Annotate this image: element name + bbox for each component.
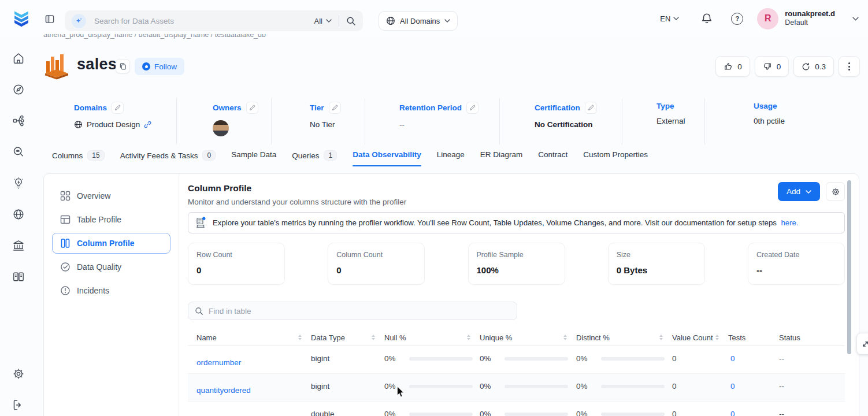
unique-pct-cell: 0%: [480, 346, 576, 363]
breadcrumb[interactable]: athena_prod_display_name / default_displ…: [43, 34, 332, 39]
explore-compass-icon[interactable]: [12, 83, 25, 96]
edit-tier-icon[interactable]: [329, 102, 341, 114]
profiler-icon: [194, 217, 207, 229]
profile-nav-table-profile[interactable]: Table Profile: [52, 209, 170, 230]
tests-link[interactable]: 0: [728, 402, 779, 416]
expand-panel-button[interactable]: [856, 333, 868, 355]
help-icon[interactable]: ?: [731, 13, 743, 25]
search-input[interactable]: Search for Data Assets: [94, 17, 314, 25]
home-icon[interactable]: [12, 52, 25, 65]
tab-columns[interactable]: Columns 15: [52, 150, 105, 168]
tab-count-badge: 15: [87, 150, 104, 161]
header-null-pct[interactable]: Null %: [384, 333, 480, 342]
banner-text: Explore your table's metrics by running …: [213, 218, 777, 227]
tests-link[interactable]: 0: [728, 374, 779, 391]
search-icon[interactable]: [346, 16, 356, 26]
tab-er-diagram[interactable]: ER Diagram: [480, 150, 523, 166]
upvote-button[interactable]: 0: [715, 56, 750, 77]
profiler-info-banner: Explore your table's metrics by running …: [188, 212, 845, 233]
null-pct-cell: 0%: [384, 346, 480, 363]
header-distinct-pct[interactable]: Distinct %: [576, 333, 672, 342]
table-row[interactable]: double 0% 0% 0% 0 0 --: [188, 402, 845, 416]
check-circle-icon: [60, 262, 71, 272]
profile-nav-data-quality[interactable]: Data Quality: [52, 257, 170, 277]
header-name[interactable]: Name: [188, 333, 311, 342]
table-row[interactable]: quantityordered bigint 0% 0% 0% 0 0 --: [188, 374, 845, 402]
domains-filter-dropdown[interactable]: All Domains: [379, 11, 458, 31]
logout-icon[interactable]: [12, 399, 25, 411]
progress-bar: [505, 357, 568, 361]
domain-link[interactable]: Product Design: [87, 120, 140, 129]
tests-link[interactable]: 0: [728, 346, 779, 363]
profile-nav-overview[interactable]: Overview: [52, 185, 170, 206]
notifications-bell-icon[interactable]: [701, 13, 713, 24]
app-logo-icon[interactable]: [12, 9, 31, 29]
header-value-count[interactable]: Value Count: [672, 333, 728, 342]
tab-custom-properties[interactable]: Custom Properties: [583, 150, 648, 166]
docs-link[interactable]: here.: [781, 218, 799, 227]
govern-bank-icon[interactable]: [12, 239, 25, 252]
sort-icon[interactable]: [372, 335, 375, 340]
domains-globe-icon[interactable]: [12, 208, 25, 221]
edit-owners-icon[interactable]: [246, 102, 258, 114]
sort-icon[interactable]: [715, 335, 719, 340]
profiler-settings-button[interactable]: [826, 182, 845, 201]
insights-bulb-icon[interactable]: [12, 177, 25, 190]
tab-activity-feeds[interactable]: Activity Feeds & Tasks 0: [120, 150, 216, 168]
chevron-down-icon: [326, 19, 332, 23]
stat-row-count: Row Count 0: [188, 243, 285, 285]
more-options-button[interactable]: [839, 56, 860, 77]
tab-sample-data[interactable]: Sample Data: [231, 150, 276, 166]
edit-domains-icon[interactable]: [112, 102, 124, 114]
profile-nav-column-profile[interactable]: Column Profile: [52, 233, 170, 254]
grid-icon: [60, 191, 71, 201]
find-in-table-input[interactable]: Find in table: [188, 302, 517, 320]
glossary-book-icon[interactable]: [12, 270, 25, 283]
sort-icon[interactable]: [298, 335, 302, 340]
copy-icon[interactable]: [116, 59, 130, 73]
sort-icon[interactable]: [563, 335, 567, 340]
table-row[interactable]: ordernumber bigint 0% 0% 0% 0 0 --: [188, 346, 845, 374]
downvote-button[interactable]: 0: [755, 56, 789, 77]
meta-type: Type External: [622, 98, 705, 144]
header-data-type[interactable]: Data Type: [311, 333, 384, 342]
column-name-link[interactable]: quantityordered: [188, 374, 311, 395]
search-scope-dropdown[interactable]: All: [314, 17, 332, 25]
edit-certification-icon[interactable]: [585, 102, 597, 114]
progress-bar: [505, 413, 568, 416]
chevron-down-icon[interactable]: [852, 17, 859, 21]
link-icon[interactable]: [144, 121, 151, 128]
stat-column-count: Column Count 0: [328, 243, 425, 285]
chevron-down-icon: [673, 17, 679, 20]
column-name-link[interactable]: [188, 402, 311, 414]
tab-data-observability[interactable]: Data Observability: [353, 150, 421, 166]
tab-lineage[interactable]: Lineage: [437, 150, 465, 166]
meta-tier: Tier No Tier: [272, 98, 365, 144]
add-button[interactable]: Add: [778, 182, 820, 201]
profile-nav-incidents[interactable]: Incidents: [52, 280, 170, 301]
version-button[interactable]: 0.3: [793, 56, 834, 77]
sort-icon[interactable]: [467, 335, 470, 340]
sidebar-toggle-icon[interactable]: [44, 14, 55, 24]
avatar[interactable]: R: [757, 8, 778, 29]
header-unique-pct[interactable]: Unique %: [480, 333, 576, 342]
settings-gear-icon[interactable]: [12, 367, 25, 380]
edit-retention-icon[interactable]: [466, 102, 478, 114]
owner-avatar[interactable]: [213, 120, 229, 136]
header-tests: Tests: [728, 333, 779, 342]
value-count-cell: 0: [672, 374, 728, 391]
tab-queries[interactable]: Queries 1: [292, 150, 337, 168]
scrollbar[interactable]: [847, 180, 851, 354]
tab-contract[interactable]: Contract: [538, 150, 567, 166]
user-menu[interactable]: rounakpreet.d Default: [785, 9, 835, 28]
lineage-graph-icon[interactable]: [12, 114, 25, 127]
meta-certification: Certification No Certification: [500, 98, 622, 144]
column-name-link[interactable]: ordernumber: [188, 346, 311, 367]
language-dropdown[interactable]: EN: [660, 14, 679, 23]
status-cell: --: [779, 402, 845, 416]
sort-icon[interactable]: [659, 335, 663, 340]
profile-nav: Overview Table Profile Column Profile Da…: [44, 174, 179, 416]
global-search[interactable]: Search for Data Assets All: [65, 10, 363, 31]
observability-icon[interactable]: [12, 146, 25, 158]
follow-button[interactable]: Follow: [135, 58, 184, 75]
